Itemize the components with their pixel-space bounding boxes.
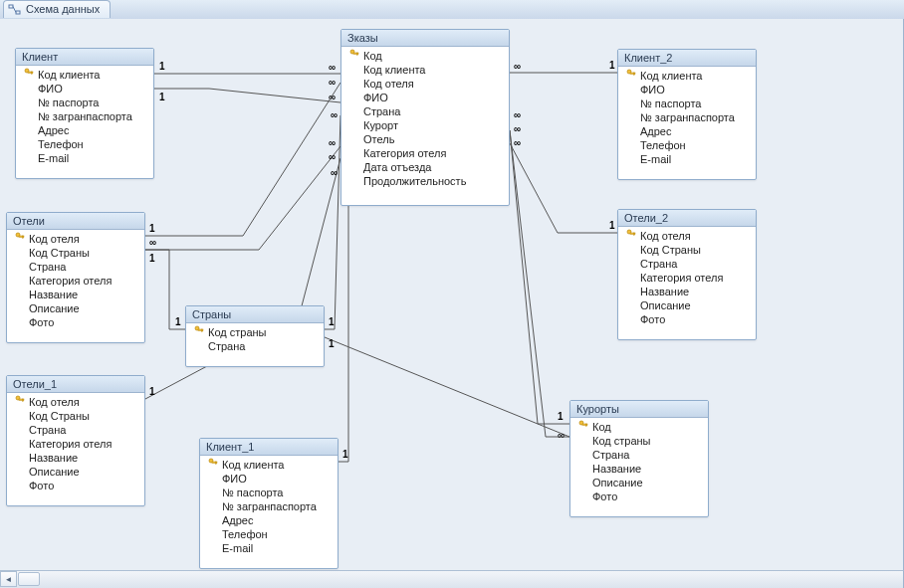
table-klient[interactable]: КлиентКод клиентаФИО№ паспорта№ загранпа… [15, 48, 154, 179]
field-row[interactable]: Отель [341, 132, 509, 146]
field-row[interactable]: Код Страны [7, 409, 144, 423]
field-row[interactable]: Код страны [186, 325, 324, 339]
field-row[interactable]: Фото [7, 479, 144, 492]
table-oteli_1[interactable]: Отели_1Код отеляКод СтраныСтранаКатегори… [6, 375, 145, 506]
relationships-tab[interactable]: Схема данных [3, 0, 111, 18]
svg-text:∞: ∞ [514, 61, 521, 72]
field-row[interactable]: E-mail [16, 151, 153, 165]
field-name: Отель [361, 132, 505, 146]
field-name: Код отеля [361, 77, 505, 91]
field-name: ФИО [638, 83, 752, 97]
primary-key-icon [624, 229, 638, 243]
table-zakazy[interactable]: ЗказыКодКод клиентаКод отеляФИОСтранаКур… [340, 29, 510, 206]
field-row[interactable]: Страна [618, 257, 756, 271]
field-row[interactable]: Код Страны [7, 246, 144, 260]
field-name: Название [27, 288, 140, 301]
field-row[interactable]: Адрес [200, 513, 338, 527]
field-row[interactable]: Страна [7, 423, 144, 437]
field-row[interactable]: Код клиента [16, 68, 153, 82]
field-row[interactable]: Код отеля [618, 229, 756, 243]
table-header[interactable]: Отели_1 [7, 376, 144, 393]
primary-key-icon [624, 69, 638, 83]
field-row[interactable]: Категория отеля [7, 274, 144, 288]
field-row[interactable]: Название [570, 462, 708, 476]
field-row[interactable]: № загранпаспорта [618, 110, 756, 124]
table-strany[interactable]: СтраныКод страныСтрана [185, 305, 325, 367]
field-row[interactable]: Адрес [16, 123, 153, 137]
table-header[interactable]: Клиент [16, 49, 153, 66]
field-row[interactable]: Название [618, 285, 756, 298]
field-row[interactable]: Телефон [200, 527, 338, 541]
field-row[interactable]: Фото [7, 315, 144, 329]
field-row[interactable]: E-mail [618, 152, 756, 166]
scrollbar-thumb[interactable] [18, 572, 40, 586]
svg-text:1: 1 [329, 338, 335, 349]
field-row[interactable]: Код страны [570, 434, 708, 448]
svg-rect-0 [9, 5, 13, 8]
field-row[interactable]: Описание [618, 298, 756, 312]
field-name: Курорт [361, 118, 505, 132]
field-name: Фото [590, 490, 704, 503]
field-name: E-mail [36, 151, 149, 165]
field-row[interactable]: Описание [7, 465, 144, 479]
horizontal-scrollbar[interactable]: ◄ [0, 570, 904, 588]
table-oteli[interactable]: ОтелиКод отеляКод СтраныСтранаКатегория … [6, 212, 145, 343]
table-klient_1[interactable]: Клиент_1Код клиентаФИО№ паспорта№ загран… [199, 438, 339, 569]
field-row[interactable]: № загранпаспорта [16, 109, 153, 123]
field-row[interactable]: Код клиента [618, 69, 756, 83]
relationships-canvas[interactable]: 1∞1∞1∞1∞1∞1∞1∞1∞1∞1∞1∞1∞∞ КлиентКод клие… [0, 19, 904, 570]
field-row[interactable]: Код клиента [341, 63, 509, 77]
field-row[interactable]: Курорт [341, 118, 509, 132]
field-row[interactable]: ФИО [618, 83, 756, 97]
scroll-left-button[interactable]: ◄ [0, 571, 17, 587]
tab-title: Схема данных [26, 3, 100, 15]
field-row[interactable]: ФИО [16, 82, 153, 96]
field-row[interactable]: Название [7, 451, 144, 465]
field-row[interactable]: № паспорта [16, 96, 153, 109]
table-header[interactable]: Отели [7, 213, 144, 230]
field-row[interactable]: Категория отеля [341, 146, 509, 160]
table-header[interactable]: Страны [186, 306, 324, 323]
svg-text:∞: ∞ [514, 123, 521, 134]
field-row[interactable]: Телефон [16, 137, 153, 151]
table-header[interactable]: Клиент_1 [200, 439, 338, 456]
table-oteli_2[interactable]: Отели_2Код отеляКод СтраныСтранаКатегори… [617, 209, 757, 340]
field-row[interactable]: Описание [7, 301, 144, 315]
table-header[interactable]: Отели_2 [618, 210, 756, 227]
field-row[interactable]: № загранпаспорта [200, 499, 338, 513]
field-row[interactable]: Название [7, 288, 144, 301]
field-name: Описание [590, 476, 704, 490]
table-klient_2[interactable]: Клиент_2Код клиентаФИО№ паспорта№ загран… [617, 49, 757, 180]
table-header[interactable]: Клиент_2 [618, 50, 756, 67]
field-row[interactable]: Адрес [618, 124, 756, 138]
field-row[interactable]: Код клиента [200, 458, 338, 472]
field-row[interactable]: Код отеля [341, 77, 509, 91]
field-row[interactable]: Страна [570, 448, 708, 462]
field-row[interactable]: Дата отъезда [341, 160, 509, 174]
field-row[interactable]: Фото [618, 312, 756, 326]
table-header[interactable]: Зказы [341, 30, 509, 47]
field-row[interactable]: Код [341, 49, 509, 63]
field-row[interactable]: № паспорта [200, 486, 338, 499]
field-name: Продолжительность [361, 174, 505, 188]
field-row[interactable]: Код отеля [7, 395, 144, 409]
field-row[interactable]: Код [570, 420, 708, 434]
field-row[interactable]: E-mail [200, 541, 338, 555]
field-row[interactable]: № паспорта [618, 97, 756, 110]
field-row[interactable]: Страна [7, 260, 144, 274]
field-row[interactable]: Страна [186, 339, 324, 353]
field-row[interactable]: ФИО [341, 91, 509, 104]
field-row[interactable]: ФИО [200, 472, 338, 486]
field-row[interactable]: Страна [341, 104, 509, 118]
field-row[interactable]: Категория отеля [7, 437, 144, 451]
field-row[interactable]: Фото [570, 490, 708, 503]
field-row[interactable]: Описание [570, 476, 708, 490]
field-row[interactable]: Код Страны [618, 243, 756, 257]
field-name: Адрес [220, 513, 334, 527]
table-header[interactable]: Курорты [570, 401, 708, 418]
field-row[interactable]: Продолжительность [341, 174, 509, 188]
field-row[interactable]: Код отеля [7, 232, 144, 246]
field-row[interactable]: Категория отеля [618, 271, 756, 285]
table-kurorty[interactable]: КурортыКодКод страныСтранаНазваниеОписан… [569, 400, 709, 517]
field-row[interactable]: Телефон [618, 138, 756, 152]
